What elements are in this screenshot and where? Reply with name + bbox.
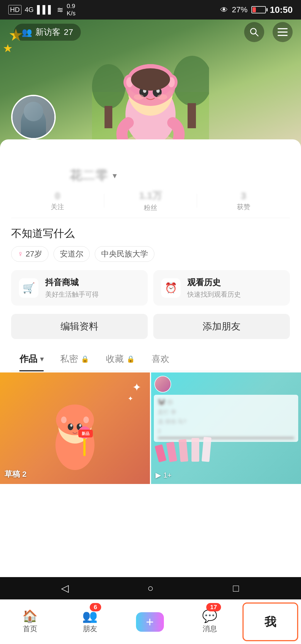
edit-profile-button[interactable]: 编辑资料 xyxy=(11,314,148,339)
age-label: 27岁 xyxy=(26,249,42,259)
tab-private[interactable]: 私密 🔒 xyxy=(52,347,98,371)
followers-count: 1.1万 xyxy=(104,189,197,202)
clock-time: 10:50 xyxy=(270,5,293,15)
tags-row: ♀ 27岁 安道尔 中央民族大学 xyxy=(11,246,290,262)
tab-collect[interactable]: 收藏 🔒 xyxy=(98,347,143,371)
video-grid: 新品 ✦ ✦ 草稿 2 🐼 你 是打 孕 选 得你 马? 2 xyxy=(0,372,301,484)
profile-section: 花二零 ▾ 0 关注 1.1万 粉丝 3 获赞 不知道写什么 ♀ 27岁 安道尔… xyxy=(0,139,301,577)
wifi-icon: ≋ xyxy=(57,5,63,14)
home-button[interactable]: ○ xyxy=(142,580,159,597)
feature-cards: 🛒 抖音商城 美好生活触手可得 ⏰ 观看历史 快速找到观看历史 xyxy=(11,270,290,306)
svg-rect-24 xyxy=(278,32,288,33)
tab-works[interactable]: 作品 ▾ xyxy=(11,347,52,371)
svg-text:新品: 新品 xyxy=(82,431,89,436)
tab-collect-lock: 🔒 xyxy=(127,355,135,363)
battery-percent: 27% xyxy=(232,5,247,14)
tab-private-lock: 🔒 xyxy=(81,355,89,363)
video-thumb-1[interactable]: 新品 ✦ ✦ 草稿 2 xyxy=(0,372,150,484)
username: 花二零 xyxy=(70,167,108,184)
likes-count: 3 xyxy=(197,190,290,201)
speed-text: 0.9K/s xyxy=(67,3,76,17)
menu-button[interactable] xyxy=(273,22,293,42)
nav-home[interactable]: 🏠 首页 xyxy=(0,600,60,644)
history-icon: ⏰ xyxy=(161,278,181,298)
recents-button[interactable]: □ xyxy=(228,580,244,597)
bio-text: 不知道写什么 xyxy=(11,218,290,246)
svg-point-18 xyxy=(134,94,144,100)
messages-label: 消息 xyxy=(203,624,217,634)
tag-location[interactable]: 安道尔 xyxy=(54,246,90,262)
video-mini-avatar xyxy=(154,376,171,393)
following-label: 关注 xyxy=(11,202,104,211)
svg-line-22 xyxy=(255,33,258,36)
history-info: 观看历史 快速找到观看历史 xyxy=(187,277,241,299)
username-dropdown[interactable]: ▾ xyxy=(113,171,117,180)
friends-icon: 👥 xyxy=(82,610,98,622)
svg-rect-3 xyxy=(105,106,112,128)
new-visitor-badge[interactable]: 👥 新访客 27 xyxy=(14,24,81,41)
tag-school[interactable]: 中央民族大学 xyxy=(95,246,154,262)
svg-point-31 xyxy=(61,417,67,423)
nav-me[interactable]: 我 xyxy=(242,602,298,641)
svg-rect-42 xyxy=(166,442,177,462)
sys-nav: ◁ ○ □ xyxy=(0,577,301,599)
network-icon: 4G xyxy=(25,6,34,14)
eye-icon: 👁 xyxy=(220,5,228,14)
nav-messages[interactable]: 17 💬 消息 xyxy=(180,600,240,644)
history-subtitle: 快速找到观看历史 xyxy=(187,290,241,299)
nav-friends[interactable]: 6 👥 朋友 xyxy=(60,600,120,644)
visitor-count: 27 xyxy=(64,27,73,37)
shop-title: 抖音商城 xyxy=(45,277,99,288)
shop-subtitle: 美好生活触手可得 xyxy=(45,290,99,299)
nav-add[interactable]: + xyxy=(120,600,180,644)
content-tabs: 作品 ▾ 私密 🔒 收藏 🔒 喜欢 xyxy=(11,347,290,371)
avatar-container[interactable] xyxy=(11,95,56,139)
svg-rect-45 xyxy=(202,437,212,462)
location-label: 安道尔 xyxy=(60,249,83,259)
tab-collect-label: 收藏 xyxy=(106,353,124,365)
stat-likes[interactable]: 3 获赞 xyxy=(197,190,290,211)
avatar xyxy=(11,95,56,139)
svg-point-1 xyxy=(92,64,125,109)
video-thumb-2[interactable]: 🐼 你 是打 孕 选 得你 马? 2 ▶ 1+ xyxy=(151,372,301,484)
stats-row: 0 关注 1.1万 粉丝 3 获赞 xyxy=(11,184,290,218)
add-friend-button[interactable]: 添加朋友 xyxy=(153,314,290,339)
status-right: 👁 27% 10:50 xyxy=(220,5,293,15)
home-icon: 🏠 xyxy=(22,610,38,622)
svg-point-33 xyxy=(68,423,73,430)
messages-icon: 💬 xyxy=(202,610,217,622)
likes-label: 获赞 xyxy=(197,202,290,211)
svg-rect-23 xyxy=(278,28,288,29)
following-count: 0 xyxy=(11,190,104,201)
svg-rect-44 xyxy=(191,438,199,462)
stat-followers[interactable]: 1.1万 粉丝 xyxy=(104,189,197,212)
tag-age[interactable]: ♀ 27岁 xyxy=(11,246,48,262)
tab-like-label: 喜欢 xyxy=(152,353,169,365)
svg-point-35 xyxy=(70,424,72,427)
cover-actions: 👥 新访客 27 xyxy=(0,20,301,45)
tab-works-arrow: ▾ xyxy=(40,355,43,363)
stat-following[interactable]: 0 关注 xyxy=(11,190,104,211)
status-left: HD 4G ▌▌▌ ≋ 0.9K/s xyxy=(8,3,76,17)
search-button[interactable] xyxy=(244,22,264,42)
tab-private-label: 私密 xyxy=(60,353,78,365)
bottom-nav: 🏠 首页 6 👥 朋友 + 17 💬 消息 我 xyxy=(0,599,301,644)
hd-icon: HD xyxy=(8,5,21,14)
svg-rect-43 xyxy=(179,439,188,462)
add-button[interactable]: + xyxy=(136,612,164,632)
school-label: 中央民族大学 xyxy=(101,249,148,259)
friends-label: 朋友 xyxy=(83,624,97,634)
history-card[interactable]: ⏰ 观看历史 快速找到观看历史 xyxy=(153,270,290,306)
me-label: 我 xyxy=(264,614,276,630)
tab-works-label: 作品 xyxy=(20,353,37,365)
shop-card[interactable]: 🛒 抖音商城 美好生活触手可得 xyxy=(11,270,148,306)
svg-point-36 xyxy=(79,424,81,427)
battery-icon xyxy=(251,6,266,13)
back-button[interactable]: ◁ xyxy=(57,580,73,597)
svg-rect-41 xyxy=(155,444,167,462)
home-label: 首页 xyxy=(23,624,37,634)
tab-like[interactable]: 喜欢 xyxy=(143,347,178,371)
play-count: 1+ xyxy=(163,471,172,480)
shop-info: 抖音商城 美好生活触手可得 xyxy=(45,277,99,299)
followers-label: 粉丝 xyxy=(104,203,197,212)
